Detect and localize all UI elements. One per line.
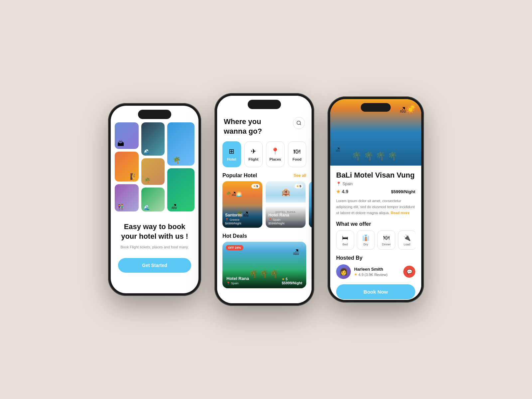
photo-cliff bbox=[141, 122, 165, 156]
food-icon: 🍽 bbox=[294, 148, 300, 155]
get-started-button[interactable]: Get Started bbox=[118, 258, 191, 273]
hot-deal-card[interactable]: 🌴🌴🌴 🏖 OFF 24% Hotel Rana 📍 Spain bbox=[222, 242, 306, 288]
price-suffix: /Night bbox=[403, 189, 415, 194]
popular-hotel-header: Popular Hotel See all bbox=[217, 171, 312, 181]
photo-grid bbox=[115, 122, 195, 215]
onboarding-title: Easy way to book your hotel with us ! bbox=[119, 222, 191, 241]
hot-deal-name: Hotel Rana bbox=[226, 276, 249, 281]
photo-hiker bbox=[115, 152, 139, 182]
hot-deal-rating: ★5 bbox=[282, 277, 302, 281]
dinner-icon: 🍽 bbox=[383, 234, 389, 241]
amenity-dry: 👔 Dry bbox=[357, 230, 375, 250]
phone-1-inner: Easy way to book your hotel with us ! Bo… bbox=[111, 106, 199, 293]
hotel-rana-name: Hotel Rana bbox=[268, 213, 303, 217]
host-avatar: 👩 bbox=[336, 264, 351, 279]
hosted-by-title: Hosted By bbox=[336, 255, 415, 261]
hotel-card-hotel-rana[interactable]: 🏨 HOTEL RANA ★5 Hotel Rana 📍 Spain $5999… bbox=[266, 181, 306, 228]
photo-pool bbox=[167, 122, 195, 166]
category-tabs: ⊞ Hotel ✈ Flight 📍 Places 🍽 Food bbox=[217, 139, 312, 171]
detail-rating: ★ 4.9 bbox=[336, 189, 348, 194]
search-screen: Where you wanna go? ⊞ Hotel ✈ bbox=[217, 96, 312, 303]
load-icon: 🔌 bbox=[403, 234, 411, 241]
hot-deal-meta: 📍 Spain bbox=[226, 282, 249, 285]
flight-icon: ✈ bbox=[251, 147, 256, 155]
hot-deal-price: $5999/Night bbox=[282, 281, 302, 285]
santorini-name: Santorini bbox=[225, 213, 260, 217]
phone-2-notch bbox=[248, 100, 281, 109]
svg-line-1 bbox=[300, 124, 301, 125]
host-rating-value: 4.9 bbox=[358, 273, 363, 277]
see-all-link[interactable]: See all bbox=[294, 173, 306, 178]
onboarding-subtitle: Book Flight tickets, places and food man… bbox=[119, 244, 191, 250]
search-icon bbox=[296, 120, 302, 126]
load-label: Load bbox=[404, 243, 410, 246]
photo-beach bbox=[141, 188, 165, 211]
star-icon: ★ bbox=[336, 189, 340, 194]
hotel-rana-rating: ★5 bbox=[295, 184, 303, 189]
search-title: Where you wanna go? bbox=[224, 117, 284, 136]
dinner-label: Dinner bbox=[382, 243, 391, 246]
hot-deal-overlay: Hotel Rana 📍 Spain ★5 $5999/Night bbox=[222, 269, 306, 288]
santorini-overlay: Santorini 📍 Greece $4999/Night bbox=[222, 206, 262, 228]
detail-content: BaLi Motel Visan Vung 📍 Spain ★ 4.9 $599… bbox=[330, 166, 421, 300]
host-row: 👩 Harleen Smith ★ 4.9 (3.9K Review) bbox=[336, 264, 415, 279]
amenity-bed: 🛏 Bed bbox=[336, 230, 354, 250]
detail-hotel-name: BaLi Motel Visan Vung bbox=[336, 171, 415, 180]
tab-places[interactable]: 📍 Places bbox=[266, 141, 285, 167]
amenity-load: 🔌 Load bbox=[398, 230, 415, 250]
phone-2-inner: Where you wanna go? ⊞ Hotel ✈ bbox=[217, 96, 312, 303]
tab-flight[interactable]: ✈ Flight bbox=[244, 141, 263, 167]
phones-container: Easy way to book your hotel with us ! Bo… bbox=[0, 0, 532, 399]
photo-resort2 bbox=[167, 168, 195, 211]
places-icon: 📍 bbox=[271, 147, 279, 155]
read-more-link[interactable]: Read more bbox=[391, 211, 410, 215]
hot-deal-info: Hotel Rana 📍 Spain bbox=[226, 276, 249, 285]
bed-icon: 🛏 bbox=[342, 234, 348, 241]
search-button[interactable] bbox=[293, 117, 305, 129]
phone-search: Where you wanna go? ⊞ Hotel ✈ bbox=[214, 93, 314, 306]
santorini-rating: ★5 bbox=[251, 184, 260, 189]
host-chat-button[interactable]: 💬 bbox=[403, 266, 415, 278]
what-we-offer-title: What we offer bbox=[336, 221, 415, 227]
hotel-rana-price: $5999/Night bbox=[268, 222, 303, 225]
onboarding-screen: Easy way to book your hotel with us ! Bo… bbox=[111, 106, 199, 293]
phone-3-inner: 🌴🌴🌴🌴 ☀️ 🏖 BaLi Motel Visan Vung 📍 Spain bbox=[330, 99, 421, 300]
photo-couple bbox=[115, 184, 139, 211]
host-star-icon: ★ bbox=[354, 272, 357, 277]
price-value: $5999 bbox=[391, 189, 403, 194]
hot-deal-badge: OFF 24% bbox=[226, 245, 243, 250]
what-we-offer-section: What we offer 🛏 Bed 👔 Dry 🍽 bbox=[336, 221, 415, 250]
hotel-rana-meta: 📍 Spain bbox=[268, 218, 303, 221]
hotel-card-hotel-ran[interactable]: 🌴🏊 ★5 Hotel Ran 📍 France $9999/Night bbox=[309, 181, 312, 228]
santorini-price: $4999/Night bbox=[225, 222, 260, 225]
hotel-ran-overlay: Hotel Ran 📍 France $9999/Night bbox=[309, 206, 312, 228]
phone-1-notch bbox=[138, 110, 171, 119]
photo-mountains bbox=[115, 122, 139, 149]
tab-hotel[interactable]: ⊞ Hotel bbox=[222, 141, 241, 167]
dry-label: Dry bbox=[363, 243, 368, 246]
detail-location: 📍 Spain bbox=[336, 182, 415, 186]
rating-value: 4.9 bbox=[342, 189, 348, 194]
phone-detail: 🌴🌴🌴🌴 ☀️ 🏖 BaLi Motel Visan Vung 📍 Spain bbox=[328, 96, 424, 303]
hosted-by-section: Hosted By 👩 Harleen Smith ★ bbox=[336, 255, 415, 279]
hotel-card-santorini[interactable]: 🌴🏖 ★5 Santorini 📍 Greece $4999/Night bbox=[222, 181, 262, 228]
tab-food[interactable]: 🍽 Food bbox=[288, 141, 307, 167]
search-header: Where you wanna go? bbox=[217, 113, 312, 139]
book-now-button[interactable]: Book Now bbox=[336, 284, 415, 299]
santorini-meta: 📍 Greece bbox=[225, 218, 260, 221]
hotel-label: Hotel bbox=[227, 157, 236, 161]
amenities-row: 🛏 Bed 👔 Dry 🍽 Dinner bbox=[336, 230, 415, 250]
flight-label: Flight bbox=[248, 157, 258, 161]
photo-resort bbox=[141, 158, 165, 185]
svg-point-0 bbox=[297, 121, 301, 125]
onboarding-text-block: Easy way to book your hotel with us ! Bo… bbox=[111, 222, 199, 250]
detail-screen: 🌴🌴🌴🌴 ☀️ 🏖 BaLi Motel Visan Vung 📍 Spain bbox=[330, 99, 421, 300]
amenity-dinner: 🍽 Dinner bbox=[377, 230, 395, 250]
popular-hotel-title: Popular Hotel bbox=[222, 173, 257, 179]
places-label: Places bbox=[269, 157, 281, 161]
hot-deals-title: Hot Deals bbox=[222, 233, 247, 239]
chat-icon: 💬 bbox=[407, 269, 412, 274]
detail-price: $5999/Night bbox=[391, 189, 415, 194]
detail-description: Lorem ipsum dolor sit amet, consectetur … bbox=[336, 198, 415, 216]
host-name: Harleen Smith bbox=[354, 267, 387, 272]
